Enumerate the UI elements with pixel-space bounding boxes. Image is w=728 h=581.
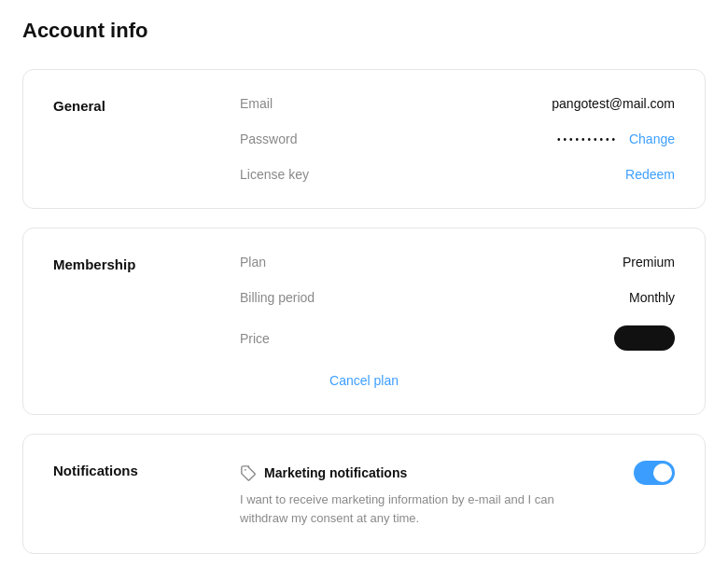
- plan-row: Plan Premium: [240, 255, 675, 270]
- password-row: Password •••••••••• Change: [240, 131, 675, 146]
- change-password-link[interactable]: Change: [629, 131, 675, 146]
- billing-period-value: Monthly: [408, 290, 675, 305]
- price-value: [408, 325, 675, 351]
- plan-value: Premium: [408, 255, 675, 270]
- tag-icon: [240, 464, 257, 481]
- notification-header: Marketing notifications: [240, 461, 675, 485]
- general-fields: Email pangotest@mail.com Password ••••••…: [240, 96, 675, 182]
- cancel-plan-link[interactable]: Cancel plan: [329, 373, 399, 388]
- password-dots: ••••••••••: [557, 134, 618, 145]
- billing-period-label: Billing period: [240, 290, 408, 305]
- redeem-link[interactable]: Redeem: [625, 167, 675, 182]
- email-row: Email pangotest@mail.com: [240, 96, 675, 111]
- license-key-row: License key Redeem: [240, 167, 675, 182]
- password-label: Password: [240, 131, 408, 146]
- price-pill: [614, 325, 675, 351]
- page-title: Account info: [22, 19, 706, 43]
- price-row: Price: [240, 325, 675, 351]
- billing-period-row: Billing period Monthly: [240, 290, 675, 305]
- notification-title-group: Marketing notifications: [240, 464, 407, 481]
- email-value: pangotest@mail.com: [408, 96, 675, 111]
- license-key-value: Redeem: [408, 167, 675, 182]
- marketing-notifications-toggle[interactable]: [634, 461, 675, 485]
- marketing-notifications-title: Marketing notifications: [264, 465, 407, 480]
- password-field-group: •••••••••• Change: [408, 131, 675, 146]
- cancel-plan-row: Cancel plan: [53, 366, 675, 388]
- price-label: Price: [240, 331, 408, 346]
- notifications-section-label: Notifications: [53, 461, 240, 478]
- license-key-label: License key: [240, 167, 408, 182]
- notifications-section: Notifications Marketing notifications I …: [22, 434, 706, 554]
- svg-point-0: [245, 469, 246, 471]
- general-section-label: General: [53, 96, 240, 114]
- membership-section-label: Membership: [53, 255, 240, 272]
- general-section: General Email pangotest@mail.com Passwor…: [22, 69, 706, 209]
- membership-fields: Plan Premium Billing period Monthly Pric…: [240, 255, 675, 351]
- marketing-notifications-desc: I want to receive marketing information …: [240, 491, 595, 527]
- email-label: Email: [240, 96, 408, 111]
- notification-content: Marketing notifications I want to receiv…: [240, 461, 675, 527]
- membership-section: Membership Plan Premium Billing period M…: [22, 228, 706, 415]
- plan-label: Plan: [240, 255, 408, 270]
